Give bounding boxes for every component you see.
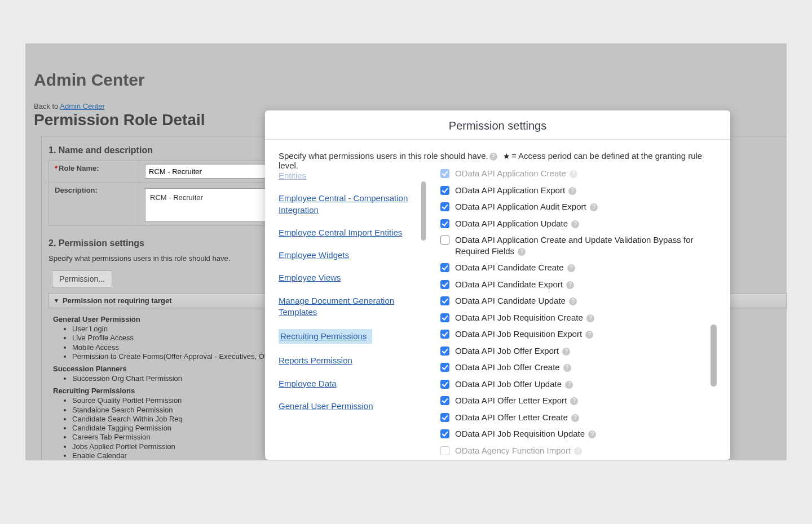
- category-item[interactable]: General User Permission: [279, 401, 373, 412]
- category-column: EntitiesEmployee Central - Compensation …: [279, 174, 428, 460]
- help-icon[interactable]: ?: [489, 153, 497, 161]
- category-item[interactable]: Reports Permission: [279, 355, 352, 366]
- permission-checkbox[interactable]: [440, 169, 449, 178]
- permission-button[interactable]: Permission...: [52, 270, 112, 287]
- permission-scrollbar[interactable]: [710, 325, 717, 387]
- app-canvas: Admin Center Back to Admin Center Permis…: [25, 43, 787, 460]
- role-name-label: Role Name:: [59, 164, 99, 172]
- required-asterisk: *: [55, 164, 58, 172]
- category-item[interactable]: Employee Widgets: [279, 250, 349, 261]
- page-title: Admin Center: [34, 70, 145, 90]
- help-icon[interactable]: ?: [568, 187, 576, 195]
- permission-row: OData API Application Create and Update …: [440, 234, 717, 256]
- star-icon: ★: [503, 152, 510, 161]
- help-icon[interactable]: ?: [585, 331, 593, 339]
- permission-row: OData API Application Create ?: [440, 168, 717, 179]
- permission-settings-modal: Permission settings Specify what permiss…: [265, 110, 730, 460]
- permission-label: OData Agency Function Import ?: [455, 445, 717, 456]
- category-item[interactable]: Employee Central Import Entities: [279, 227, 402, 238]
- permission-label: OData API Job Requisition Export ?: [455, 328, 717, 340]
- permission-checkbox[interactable]: [440, 330, 449, 339]
- permission-label: OData API Offer Letter Create ?: [455, 412, 717, 423]
- permission-checkbox[interactable]: [440, 380, 449, 389]
- permission-label: OData API Application Create ?: [455, 168, 717, 179]
- collapse-label: Permission not requiring target: [63, 296, 172, 305]
- permission-row: OData API Application Audit Export ?: [440, 201, 717, 212]
- help-icon[interactable]: ?: [563, 364, 571, 372]
- permission-row: OData API Application Export ?: [440, 185, 717, 196]
- permission-label: OData API Candidate Create ?: [455, 262, 717, 273]
- permission-checkbox[interactable]: [440, 413, 449, 422]
- permission-label: OData API Job Requisition Create ?: [455, 312, 717, 323]
- permission-label: OData API Application Export ?: [455, 185, 717, 196]
- permission-row: OData API Candidate Create ?: [440, 262, 717, 273]
- help-icon[interactable]: ?: [569, 297, 577, 305]
- chevron-down-icon: ▼: [54, 297, 59, 304]
- description-label: Description:: [55, 186, 98, 194]
- permission-label: OData API Job Offer Export ?: [455, 345, 717, 357]
- help-icon[interactable]: ?: [574, 447, 582, 455]
- permission-row: OData API Job Offer Create ?: [440, 362, 717, 373]
- permission-checkbox[interactable]: [440, 202, 449, 211]
- modal-instruction: Specify what permissions users in this r…: [279, 151, 717, 170]
- permission-label: OData API Candidate Export ?: [455, 279, 717, 290]
- permission-checkbox[interactable]: [440, 396, 449, 405]
- permission-label: OData API Application Update ?: [455, 218, 717, 229]
- back-prefix: Back to: [34, 102, 60, 110]
- permission-row: OData Agency Function Import ?: [440, 445, 717, 456]
- category-item[interactable]: Recruiting Permissions: [279, 329, 372, 344]
- permission-label: OData API Job Requisition Update ?: [455, 428, 717, 439]
- permission-label: OData API Candidate Update ?: [455, 295, 717, 307]
- help-icon[interactable]: ?: [518, 248, 526, 256]
- help-icon[interactable]: ?: [588, 430, 596, 438]
- permission-checkbox[interactable]: [440, 429, 449, 438]
- category-scrollbar[interactable]: [421, 181, 426, 241]
- permission-label: OData API Job Offer Create ?: [455, 362, 717, 373]
- modal-title: Permission settings: [265, 110, 730, 140]
- modal-instruction-a: Specify what permissions users in this r…: [279, 151, 488, 161]
- permission-row: OData API Job Requisition Update ?: [440, 428, 717, 439]
- category-item[interactable]: Employee Central - Compensation Integrat…: [279, 193, 419, 216]
- help-icon[interactable]: ?: [586, 314, 594, 322]
- category-item[interactable]: Entities: [279, 170, 306, 181]
- permission-column: OData API Application Create ?OData API …: [428, 174, 717, 460]
- permission-label: OData API Offer Letter Export ?: [455, 395, 717, 406]
- help-icon[interactable]: ?: [567, 264, 575, 272]
- help-icon[interactable]: ?: [566, 281, 574, 289]
- help-icon[interactable]: ?: [565, 381, 573, 389]
- permission-checkbox[interactable]: [440, 446, 449, 455]
- permission-row: OData API Job Requisition Create ?: [440, 312, 717, 323]
- permission-row: OData API Offer Letter Create ?: [440, 412, 717, 423]
- category-item[interactable]: Manage Document Generation Templates: [279, 295, 419, 318]
- permission-checkbox[interactable]: [440, 219, 449, 228]
- help-icon[interactable]: ?: [562, 348, 570, 356]
- permission-checkbox[interactable]: [440, 313, 449, 322]
- help-icon[interactable]: ?: [570, 170, 577, 178]
- permission-label: OData API Application Audit Export ?: [455, 201, 717, 212]
- help-icon[interactable]: ?: [570, 397, 578, 405]
- permission-row: OData API Application Update ?: [440, 218, 717, 229]
- breadcrumb: Back to Admin Center: [34, 102, 105, 110]
- category-item[interactable]: Employee Data: [279, 378, 337, 389]
- permission-checkbox[interactable]: [440, 347, 449, 356]
- permission-checkbox[interactable]: [440, 280, 449, 289]
- page-subtitle: Permission Role Detail: [34, 111, 205, 129]
- permission-row: OData API Job Offer Export ?: [440, 345, 717, 357]
- permission-row: OData API Job Offer Update ?: [440, 379, 717, 390]
- permission-row: OData API Job Requisition Export ?: [440, 328, 717, 340]
- permission-label: OData API Application Create and Update …: [455, 234, 717, 256]
- permission-label: OData API Job Offer Update ?: [455, 379, 717, 390]
- help-icon[interactable]: ?: [571, 220, 579, 228]
- permission-checkbox[interactable]: [440, 186, 449, 195]
- permission-checkbox[interactable]: [440, 236, 449, 245]
- permission-row: OData API Candidate Update ?: [440, 295, 717, 307]
- back-link[interactable]: Admin Center: [60, 102, 104, 110]
- permission-checkbox[interactable]: [440, 263, 449, 272]
- help-icon[interactable]: ?: [590, 203, 598, 211]
- permission-checkbox[interactable]: [440, 296, 449, 305]
- permission-row: OData API Offer Letter Export ?: [440, 395, 717, 406]
- permission-row: OData API Candidate Export ?: [440, 279, 717, 290]
- permission-checkbox[interactable]: [440, 363, 449, 372]
- category-item[interactable]: Employee Views: [279, 272, 341, 283]
- help-icon[interactable]: ?: [571, 414, 579, 422]
